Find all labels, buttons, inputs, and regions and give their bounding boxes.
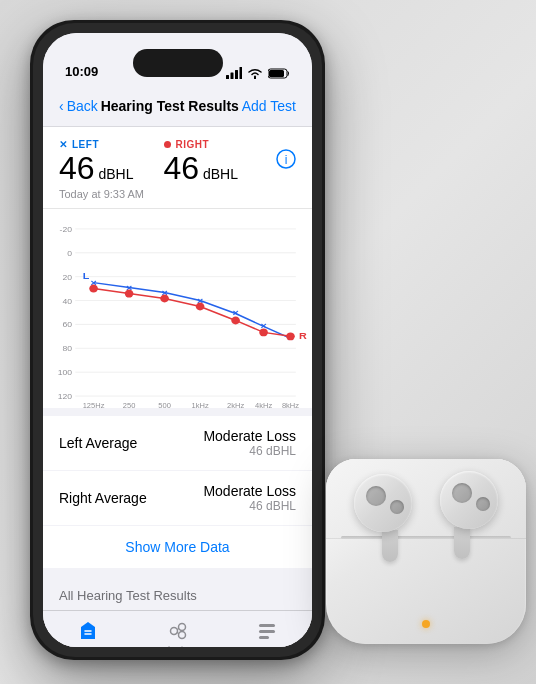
left-average-main: Moderate Loss (203, 428, 296, 444)
summary-icon (76, 619, 100, 643)
svg-point-43 (231, 316, 240, 324)
svg-rect-2 (235, 70, 238, 79)
battery-icon (268, 68, 290, 79)
right-label: RIGHT (176, 139, 210, 150)
left-unit: dBHL (95, 166, 134, 182)
right-indicator (164, 141, 171, 148)
right-average-main: Moderate Loss (203, 483, 296, 499)
led-indicator (422, 620, 430, 628)
tab-browse-label: Browse (252, 645, 282, 647)
chart-container: -20 0 20 40 60 80 100 120 125Hz 250 500 (43, 208, 312, 408)
svg-rect-53 (259, 630, 275, 633)
svg-text:500: 500 (158, 401, 171, 408)
svg-text:250: 250 (123, 401, 136, 408)
signal-icon (226, 67, 242, 79)
svg-text:i: i (285, 153, 288, 167)
svg-rect-52 (259, 624, 275, 627)
svg-rect-5 (269, 70, 284, 77)
svg-text:4kHz: 4kHz (255, 401, 273, 408)
svg-point-47 (170, 628, 177, 635)
chevron-left-icon: ‹ (59, 98, 64, 114)
svg-point-42 (196, 303, 205, 311)
svg-text:20: 20 (62, 272, 72, 282)
tab-summary-label: Summary (69, 645, 108, 647)
case-body (326, 459, 526, 644)
right-average-card: Right Average Moderate Loss 46 dBHL (43, 471, 312, 525)
svg-point-44 (259, 328, 268, 336)
tab-bar: Summary (43, 610, 312, 647)
back-label: Back (67, 98, 98, 114)
left-average-value: Moderate Loss 46 dBHL (203, 428, 296, 458)
right-average-label: Right Average (59, 490, 147, 506)
left-label: LEFT (72, 139, 99, 150)
status-time: 10:09 (65, 64, 98, 79)
svg-rect-1 (231, 73, 234, 80)
all-results-title: All Hearing Test Results (59, 588, 197, 603)
status-icons (226, 67, 290, 79)
wifi-icon (247, 67, 263, 79)
left-indicator: ✕ (59, 139, 67, 150)
airpod-right (426, 471, 498, 561)
content: ✕ LEFT 46 dBHL RIGHT (43, 127, 312, 647)
svg-text:L: L (83, 270, 90, 281)
svg-text:120: 120 (58, 391, 73, 401)
tab-summary[interactable]: Summary (43, 619, 133, 647)
svg-text:R: R (299, 331, 307, 342)
browse-icon (255, 619, 279, 643)
right-unit: dBHL (199, 166, 238, 182)
svg-point-41 (160, 295, 169, 303)
svg-text:40: 40 (62, 296, 72, 306)
left-average-card: Left Average Moderate Loss 46 dBHL (43, 416, 312, 470)
right-average-value: Moderate Loss 46 dBHL (203, 483, 296, 513)
stat-date: Today at 9:33 AM (59, 188, 296, 200)
svg-text:8kHz: 8kHz (282, 401, 300, 408)
nav-bar: ‹ Back Hearing Test Results Add Test (43, 85, 312, 127)
show-more-button[interactable]: Show More Data (43, 526, 312, 568)
tab-browse[interactable]: Browse (222, 619, 312, 647)
airpod-left-stem (382, 530, 398, 562)
right-stat: RIGHT 46 dBHL (164, 139, 239, 184)
svg-text:2kHz: 2kHz (227, 401, 245, 408)
airpod-right-stem (454, 527, 470, 559)
left-stat: ✕ LEFT 46 dBHL (59, 139, 134, 184)
back-button[interactable]: ‹ Back (59, 98, 98, 114)
airpod-right-head (440, 471, 498, 529)
svg-text:100: 100 (58, 367, 73, 377)
add-test-button[interactable]: Add Test (242, 98, 296, 114)
svg-point-48 (178, 624, 185, 631)
dynamic-island (133, 49, 223, 77)
cards-section: Left Average Moderate Loss 46 dBHL Right… (43, 408, 312, 576)
all-results-section: All Hearing Test Results (43, 576, 312, 610)
tab-sharing-label: Sharing (162, 645, 193, 647)
svg-rect-3 (240, 67, 243, 79)
tab-sharing[interactable]: Sharing (133, 619, 223, 647)
airpods-case (316, 444, 526, 644)
svg-text:60: 60 (62, 320, 72, 330)
svg-point-39 (89, 285, 98, 293)
left-average-sub: 46 dBHL (203, 444, 296, 458)
stats-section: ✕ LEFT 46 dBHL RIGHT (43, 127, 312, 208)
sharing-icon (166, 619, 190, 643)
svg-text:-20: -20 (60, 224, 73, 234)
svg-text:125Hz: 125Hz (83, 401, 105, 408)
svg-point-49 (178, 632, 185, 639)
info-button[interactable]: i (276, 149, 296, 174)
scene: 10:09 (0, 0, 536, 684)
svg-text:0: 0 (67, 248, 72, 258)
svg-text:80: 80 (62, 344, 72, 354)
audiogram-chart: -20 0 20 40 60 80 100 120 125Hz 250 500 (43, 209, 312, 408)
left-value: 46 (59, 150, 95, 186)
right-value: 46 (164, 150, 200, 186)
svg-text:1kHz: 1kHz (192, 401, 210, 408)
airpod-left-head (354, 474, 412, 532)
svg-rect-54 (259, 636, 269, 639)
phone: 10:09 (30, 20, 325, 660)
nav-title: Hearing Test Results (101, 98, 239, 114)
right-average-sub: 46 dBHL (203, 499, 296, 513)
left-average-label: Left Average (59, 435, 137, 451)
svg-point-45 (286, 332, 295, 340)
screen: 10:09 (43, 33, 312, 647)
svg-rect-0 (226, 75, 229, 79)
airpod-left (354, 474, 426, 564)
svg-point-40 (125, 290, 134, 298)
